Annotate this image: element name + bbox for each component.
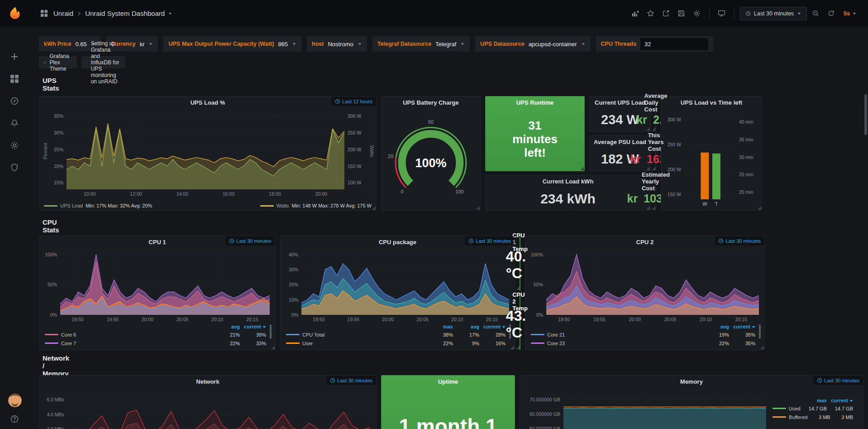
ups-bars-chart[interactable]: 150 W200 W250 W300 W20 min25 min30 min35… bbox=[662, 110, 761, 207]
svg-text:W: W bbox=[702, 201, 707, 207]
variable-host[interactable]: host Nostromo bbox=[307, 36, 367, 52]
panel-title-bar[interactable]: Uptime bbox=[382, 376, 515, 387]
legend-series-ups-load[interactable]: UPS Load Min: 17% Max: 32% Avg: 20% bbox=[44, 203, 152, 208]
panel-resize-handle[interactable] bbox=[652, 206, 655, 210]
explore-compass-icon[interactable] bbox=[10, 96, 20, 106]
svg-text:T: T bbox=[715, 201, 718, 207]
clock-icon bbox=[468, 238, 474, 244]
panel-title-bar[interactable]: Current Load kWh bbox=[486, 175, 650, 187]
panel-resize-handle[interactable] bbox=[646, 127, 650, 131]
svg-text:25%: 25% bbox=[54, 147, 63, 152]
panel-resize-handle[interactable] bbox=[652, 127, 655, 131]
clock-icon bbox=[718, 238, 724, 244]
svg-text:0%: 0% bbox=[50, 312, 57, 318]
network-chart[interactable]: 19:5019:5520:0020:0520:1020:150 MBs2.0 M… bbox=[41, 388, 374, 429]
cpu-threads-input[interactable]: 32 bbox=[640, 38, 708, 50]
legend-scrollbar[interactable] bbox=[270, 324, 272, 339]
panel-resize-handle[interactable] bbox=[516, 286, 520, 290]
panel-resize-handle[interactable] bbox=[652, 167, 655, 170]
legend-row[interactable]: Buffered 3 MB 3 MB bbox=[773, 413, 858, 421]
star-icon[interactable] bbox=[644, 7, 658, 20]
series-color-dash bbox=[773, 416, 786, 418]
dashboards-icon[interactable] bbox=[10, 74, 20, 84]
create-icon[interactable] bbox=[10, 52, 20, 62]
panel-title-bar[interactable]: Network bbox=[39, 376, 376, 387]
cpu-package-chart[interactable]: 19:5019:5520:0020:0520:1020:150%10%20%30… bbox=[282, 249, 513, 322]
panel-title-bar[interactable]: Memory bbox=[520, 376, 863, 387]
panel-resize-handle[interactable] bbox=[372, 206, 376, 210]
time-range-tag[interactable]: Last 30 minutes bbox=[715, 236, 764, 246]
legend-series-watts[interactable]: Watts Min: 148 W Max: 278 W Avg: 175 W bbox=[260, 203, 372, 208]
panel-average-psu-load: Average PSU Load 182 W bbox=[589, 135, 651, 171]
panel-resize-handle[interactable] bbox=[516, 346, 520, 349]
share-icon[interactable] bbox=[659, 7, 673, 20]
breadcrumb-dashboard[interactable]: Unraid System Dashboard bbox=[85, 10, 165, 17]
panel-resize-handle[interactable] bbox=[646, 206, 650, 210]
time-range-picker[interactable]: Last 30 minutes bbox=[740, 7, 807, 20]
refresh-interval-picker[interactable]: 5s bbox=[839, 7, 861, 20]
dashboard-settings-icon[interactable] bbox=[690, 7, 704, 20]
legend-row[interactable]: CPU Total 38% 17% 28% bbox=[286, 330, 511, 339]
legend-row[interactable]: Core 6 21% 39% bbox=[45, 330, 272, 339]
panel-current-load-kwh: Current Load kWh 234 kWh bbox=[485, 175, 651, 211]
panel-resize-handle[interactable] bbox=[646, 167, 650, 170]
panel-title-bar[interactable]: UPS Runtime bbox=[486, 96, 584, 108]
svg-text:50.000000 GB: 50.000000 GB bbox=[529, 426, 560, 429]
variable-ups-max-output[interactable]: UPS Max Output Power Capacity (Watt) 865 bbox=[163, 36, 301, 52]
ups-load-chart[interactable]: 10:0012:0014:0016:0018:0020:0015%20%25%3… bbox=[41, 109, 374, 198]
legend-row[interactable]: User 22% 9% 16% bbox=[286, 339, 511, 347]
apps-grid-icon[interactable] bbox=[36, 7, 52, 20]
memory-chart[interactable]: 19:5019:5520:0020:0520:1020:1550.000000 … bbox=[522, 388, 770, 429]
cpu1-chart[interactable]: 19:5019:5520:0020:0520:1020:150%50%100% bbox=[41, 249, 273, 322]
panel-title-bar[interactable]: Average PSU Load bbox=[590, 136, 650, 148]
link-ups-monitoring-guide[interactable]: Setting up Grafana and InfluxDB for UPS … bbox=[81, 56, 125, 68]
server-admin-shield-icon[interactable] bbox=[10, 163, 20, 173]
legend-row[interactable]: Core 21 19% 35% bbox=[531, 330, 761, 339]
breadcrumb-folder[interactable]: Unraid bbox=[53, 10, 73, 17]
page-scrollbar[interactable] bbox=[864, 94, 867, 135]
variable-ups-datasource[interactable]: UPS Datasource apcupsd-container bbox=[475, 36, 590, 52]
legend-scrollbar[interactable] bbox=[759, 324, 761, 339]
time-range-tag[interactable]: Last 30 minutes bbox=[813, 376, 863, 385]
variable-telegraf-datasource[interactable]: Telegraf Datasource Telegraf bbox=[372, 36, 470, 52]
legend-header: avg current bbox=[531, 323, 761, 330]
panel-title-bar[interactable]: Current UPS Load bbox=[590, 96, 650, 108]
add-panel-icon[interactable] bbox=[629, 7, 642, 20]
legend-row[interactable]: Used 14.7 GB 14.7 GB bbox=[773, 404, 858, 413]
panel-title-bar[interactable]: UPS Load vs Time left bbox=[661, 96, 762, 108]
user-avatar[interactable] bbox=[8, 394, 22, 407]
svg-text:0: 0 bbox=[401, 189, 403, 194]
svg-text:20:10: 20:10 bbox=[700, 317, 711, 322]
panel-resize-handle[interactable] bbox=[760, 346, 764, 349]
panel-title-bar[interactable]: UPS Battery Charge bbox=[382, 96, 480, 108]
variable-cpu-threads[interactable]: CPU Threads 32 bbox=[596, 36, 714, 52]
stat-value: 1 month 1 bbox=[382, 387, 515, 429]
cycle-view-icon[interactable] bbox=[715, 7, 729, 20]
panel-resize-handle[interactable] bbox=[476, 206, 480, 210]
time-range-tag[interactable]: Last 30 minutes bbox=[225, 236, 275, 246]
series-color-dash bbox=[44, 205, 57, 207]
time-range-tag[interactable]: Last 12 hours bbox=[331, 96, 376, 106]
panel-resize-handle[interactable] bbox=[580, 167, 584, 170]
configuration-gear-icon[interactable] bbox=[10, 141, 20, 151]
legend-row[interactable]: Core 7 22% 33% bbox=[45, 339, 272, 347]
help-icon[interactable] bbox=[10, 415, 20, 424]
panel-resize-handle[interactable] bbox=[510, 346, 514, 349]
grafana-logo[interactable] bbox=[7, 6, 23, 21]
legend-header: avg current bbox=[45, 323, 272, 330]
save-icon[interactable] bbox=[675, 7, 688, 20]
alerting-bell-icon[interactable] bbox=[10, 119, 20, 129]
time-range-tag[interactable]: Last 30 minutes bbox=[465, 236, 515, 246]
svg-text:20:05: 20:05 bbox=[176, 317, 188, 322]
cpu2-chart[interactable]: 19:5019:5520:0020:0520:1020:150%50%100% bbox=[527, 249, 763, 322]
legend-row[interactable]: Core 23 22% 35% bbox=[531, 339, 761, 347]
zoom-out-icon[interactable] bbox=[809, 7, 822, 20]
svg-text:100%: 100% bbox=[415, 156, 446, 170]
panel-resize-handle[interactable] bbox=[758, 206, 761, 210]
panel-title-bar[interactable]: UPS Load % bbox=[39, 96, 376, 108]
refresh-icon[interactable] bbox=[824, 7, 838, 20]
time-range-tag[interactable]: Last 30 minutes bbox=[326, 376, 376, 385]
panel-average-daily-cost: Average Daily Cost kr2.67 bbox=[655, 96, 656, 132]
panel-resize-handle[interactable] bbox=[271, 346, 275, 349]
link-grafana-plex-theme[interactable]: Grafana Plex Theme bbox=[39, 56, 77, 68]
